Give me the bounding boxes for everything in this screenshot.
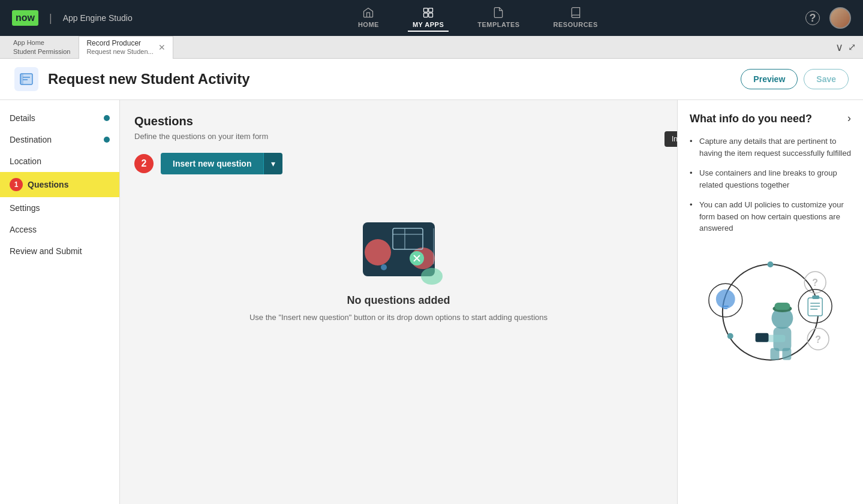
- content-title: Questions: [134, 114, 663, 128]
- insert-btn-wrapper: Insert new question Insert new question …: [161, 153, 282, 174]
- breadcrumb-bar: App Home Student Permission Record Produ…: [0, 36, 863, 59]
- insert-dropdown-button[interactable]: ▾: [263, 153, 282, 174]
- tab-main-label: Record Producer: [86, 39, 141, 47]
- svg-text:?: ?: [815, 334, 821, 345]
- nav-my-apps-label: MY APPS: [413, 21, 444, 28]
- student-permission-label: Student Permission: [13, 47, 70, 56]
- svg-text:?: ?: [812, 277, 818, 288]
- svg-rect-2: [424, 13, 428, 17]
- right-panel-title: What info do you need?: [690, 112, 847, 126]
- empty-illustration: [345, 210, 453, 294]
- bullet-1: Capture any details that are pertinent t…: [690, 135, 851, 159]
- top-nav-right: ?: [805, 7, 851, 29]
- breadcrumb-home[interactable]: App Home Student Permission: [7, 36, 76, 58]
- tab-label: Record Producer Request new Studen...: [86, 39, 153, 56]
- insert-step-badge: 2: [134, 154, 154, 173]
- svg-rect-29: [756, 333, 769, 342]
- sidebar-item-settings[interactable]: Settings: [0, 197, 119, 219]
- user-avatar[interactable]: [829, 7, 851, 29]
- svg-rect-26: [771, 348, 780, 360]
- svg-rect-3: [429, 13, 433, 17]
- content-header: Questions Define the questions on your i…: [134, 114, 663, 141]
- page-header-actions: Preview Save: [741, 69, 849, 89]
- insert-btn-area: 2 Insert new question Insert new questio…: [134, 153, 663, 174]
- svg-rect-27: [782, 348, 791, 360]
- bullet-3: You can add UI policies to customize you…: [690, 199, 851, 234]
- tab-sub-label: Request new Studen...: [86, 48, 153, 55]
- close-tab-button[interactable]: ✕: [158, 43, 166, 52]
- right-panel-header: What info do you need? ›: [690, 112, 851, 126]
- sidebar-item-location[interactable]: Location: [0, 150, 119, 172]
- preview-button[interactable]: Preview: [741, 69, 798, 89]
- insert-new-question-button[interactable]: Insert new question: [161, 153, 263, 174]
- now-logo: now: [12, 10, 38, 26]
- sidebar-item-destination[interactable]: Destination: [0, 129, 119, 150]
- page-header: Request new Student Activity Preview Sav…: [0, 59, 863, 100]
- sidebar-item-questions[interactable]: 1 Questions: [0, 172, 119, 197]
- insert-tooltip: Insert new question: [664, 131, 677, 147]
- sidebar-item-access[interactable]: Access: [0, 219, 119, 240]
- bullet-2: Use containers and line breaks to group …: [690, 167, 851, 191]
- svg-rect-31: [774, 303, 790, 310]
- insert-btn-group: Insert new question ▾: [161, 153, 282, 174]
- top-nav: now | App Engine Studio HOME MY APPS TEM…: [0, 0, 863, 36]
- app-home-label: App Home: [13, 38, 70, 47]
- right-panel-chevron-icon[interactable]: ›: [847, 112, 851, 125]
- logo-divider: |: [49, 12, 52, 25]
- expand-icon[interactable]: ⤢: [848, 41, 856, 53]
- save-button[interactable]: Save: [804, 69, 849, 89]
- top-nav-items: HOME MY APPS TEMPLATES RESOURCES: [151, 4, 805, 32]
- destination-dot: [104, 137, 110, 143]
- svg-rect-1: [429, 8, 433, 13]
- svg-rect-0: [424, 8, 428, 13]
- nav-templates[interactable]: TEMPLATES: [473, 4, 524, 32]
- logo: now | App Engine Studio: [12, 10, 133, 26]
- svg-rect-8: [20, 74, 23, 84]
- questions-step-badge: 1: [10, 178, 23, 191]
- nav-templates-label: TEMPLATES: [477, 21, 519, 28]
- nav-my-apps[interactable]: MY APPS: [408, 4, 449, 32]
- svg-point-22: [421, 268, 443, 285]
- right-panel-illustration: ? ?: [690, 246, 851, 366]
- svg-point-21: [381, 264, 387, 270]
- sidebar-item-details[interactable]: Details: [0, 107, 119, 129]
- help-button[interactable]: ?: [805, 11, 820, 25]
- nav-resources-label: RESOURCES: [554, 21, 598, 28]
- content-area: Questions Define the questions on your i…: [120, 100, 677, 504]
- svg-rect-41: [808, 298, 822, 316]
- nav-home-label: HOME: [358, 21, 379, 28]
- nav-resources[interactable]: RESOURCES: [549, 4, 603, 32]
- svg-point-47: [727, 333, 733, 339]
- right-panel: What info do you need? › Capture any det…: [677, 100, 863, 504]
- details-dot: [104, 115, 110, 121]
- breadcrumb-tab[interactable]: Record Producer Request new Studen... ✕: [79, 36, 173, 59]
- content-subtitle: Define the questions on your item form: [134, 132, 663, 141]
- sidebar: Details Destination Location 1 Questions…: [0, 100, 120, 504]
- right-panel-bullets: Capture any details that are pertinent t…: [690, 135, 851, 234]
- svg-point-10: [365, 239, 391, 265]
- sidebar-item-review[interactable]: Review and Submit: [0, 240, 119, 262]
- page-icon: [14, 67, 38, 91]
- svg-point-46: [768, 261, 774, 267]
- empty-state-subtitle: Use the "Insert new question" button or …: [249, 313, 548, 322]
- empty-state: No questions added Use the "Insert new q…: [134, 186, 663, 346]
- svg-rect-45: [812, 295, 819, 299]
- page-title: Request new Student Activity: [48, 71, 731, 87]
- nav-home[interactable]: HOME: [353, 4, 384, 32]
- main-layout: Details Destination Location 1 Questions…: [0, 100, 863, 504]
- empty-state-title: No questions added: [347, 294, 450, 307]
- app-engine-studio-label: App Engine Studio: [63, 13, 133, 23]
- breadcrumb-actions: ∨ ⤢: [835, 41, 856, 54]
- chevron-down-icon[interactable]: ∨: [835, 41, 843, 54]
